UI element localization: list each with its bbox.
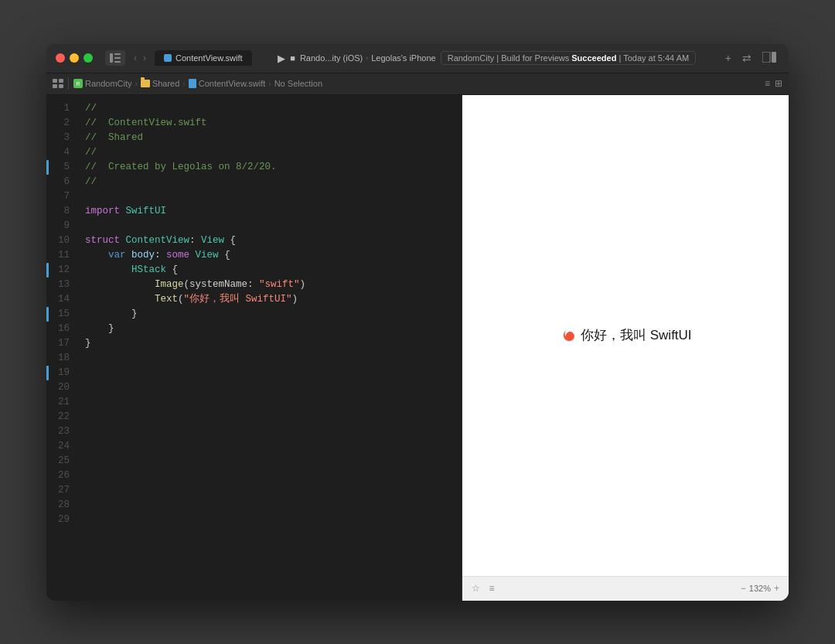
forward-button[interactable]: › <box>141 53 148 63</box>
code-line-12: HStack { <box>85 263 462 278</box>
line-num-25: 25 <box>46 454 79 469</box>
scheme-selector[interactable]: Rando...ity (iOS) › Legolas's iPhone <box>300 53 436 63</box>
code-line-9 <box>85 219 462 233</box>
code-line-8: import SwiftUI <box>85 204 462 219</box>
code-line-18 <box>85 351 462 366</box>
preview-zoom-controls: − 132% + <box>741 583 779 594</box>
line-num-22: 22 <box>46 410 79 424</box>
line-num-8: 8 <box>46 204 79 219</box>
code-line-3: // Shared <box>85 131 462 145</box>
code-line-25 <box>85 454 462 469</box>
line-num-27: 27 <box>46 483 79 498</box>
code-line-11: var body: some View { <box>85 248 462 263</box>
line-num-11: 11 <box>46 248 79 263</box>
swift-logo-icon <box>559 327 576 344</box>
code-line-19 <box>85 366 462 380</box>
add-button[interactable]: + <box>722 50 734 66</box>
run-button[interactable]: ▶ <box>278 53 285 64</box>
code-line-27 <box>85 483 462 498</box>
titlebar-right: + ⇄ <box>722 50 779 66</box>
breadcrumb-folder-label: Shared <box>152 79 179 88</box>
add-editor-button[interactable]: ⊞ <box>775 78 782 89</box>
line-num-16: 16 <box>46 322 79 336</box>
code-line-13: Image(systemName: "swift") <box>85 278 462 292</box>
breadcrumb: R RandomCity › Shared › ContentView.swif… <box>73 79 322 88</box>
breadcrumb-project[interactable]: R RandomCity <box>73 79 132 88</box>
tab-label: ContentView.swift <box>176 53 243 63</box>
navigator-toggle-button[interactable] <box>53 79 63 88</box>
line-indicator-12 <box>46 263 49 278</box>
zoom-level: 132% <box>749 584 771 593</box>
code-line-22 <box>85 410 462 424</box>
line-numbers: 1 2 3 4 5 6 7 8 9 10 11 12 <box>46 95 79 601</box>
stop-button[interactable]: ■ <box>290 53 295 63</box>
build-time: Today at 5:44 AM <box>623 53 689 63</box>
line-num-5: 5 <box>46 160 79 175</box>
breadcrumb-sep-3: › <box>268 80 271 88</box>
line-num-3: 3 <box>46 131 79 145</box>
active-tab[interactable]: ContentView.swift <box>155 50 252 66</box>
svg-rect-8 <box>53 84 57 88</box>
code-line-23 <box>85 424 462 439</box>
line-num-17: 17 <box>46 336 79 351</box>
code-content[interactable]: // // ContentView.swift // Shared // // … <box>79 95 462 601</box>
split-view-button[interactable]: ⇄ <box>739 50 755 66</box>
line-num-19: 19 <box>46 366 79 380</box>
breadcrumb-sep-1: › <box>135 80 138 88</box>
svg-rect-6 <box>53 79 57 83</box>
breadcrumb-folder[interactable]: Shared <box>141 79 179 88</box>
breadcrumb-file-label: ContentView.swift <box>199 79 266 88</box>
svg-rect-1 <box>114 53 121 55</box>
code-line-28 <box>85 498 462 513</box>
line-num-13: 13 <box>46 278 79 292</box>
code-line-20 <box>85 380 462 395</box>
pin-icon[interactable]: ☆ <box>472 583 480 594</box>
line-num-12: 12 <box>46 263 79 278</box>
line-num-10: 10 <box>46 233 79 248</box>
zoom-out-icon[interactable]: − <box>741 583 746 594</box>
scheme-chevron-icon: › <box>366 54 368 62</box>
build-status-badge: RandomCity | Build for Previews Succeede… <box>441 51 696 65</box>
tab-file-icon <box>164 54 172 62</box>
sidebar-toggle-button[interactable] <box>105 50 125 66</box>
line-num-1: 1 <box>46 101 79 116</box>
preview-toolbar: ☆ ≡ − 132% + <box>462 576 789 601</box>
code-editor[interactable]: 1 2 3 4 5 6 7 8 9 10 11 12 <box>46 95 462 601</box>
line-num-23: 23 <box>46 424 79 439</box>
line-num-6: 6 <box>46 175 79 189</box>
svg-rect-3 <box>114 61 121 63</box>
back-button[interactable]: ‹ <box>131 53 139 63</box>
preview-panel: 你好，我叫 SwiftUI ☆ ≡ − 132% + <box>462 95 789 601</box>
close-button[interactable] <box>56 53 65 63</box>
line-num-20: 20 <box>46 380 79 395</box>
inspector-toggle-button[interactable] <box>759 50 779 66</box>
project-icon: R <box>73 79 83 88</box>
device-label: Legolas's iPhone <box>371 53 435 63</box>
traffic-lights <box>56 53 93 63</box>
line-num-26: 26 <box>46 469 79 483</box>
line-num-7: 7 <box>46 189 79 204</box>
code-line-29 <box>85 513 462 527</box>
preview-content: 你好，我叫 SwiftUI <box>462 95 789 576</box>
code-line-16: } <box>85 322 462 336</box>
line-num-4: 4 <box>46 145 79 160</box>
code-area[interactable]: 1 2 3 4 5 6 7 8 9 10 11 12 <box>46 95 462 601</box>
breadcrumb-file[interactable]: ContentView.swift <box>189 79 266 88</box>
breadcrumb-project-label: RandomCity <box>85 79 132 88</box>
list-icon[interactable]: ≡ <box>489 583 495 594</box>
svg-rect-2 <box>114 57 121 59</box>
breadcrumb-selection: No Selection <box>274 79 322 88</box>
code-line-2: // ContentView.swift <box>85 116 462 131</box>
breadcrumb-sep-2: › <box>182 80 185 88</box>
line-num-9: 9 <box>46 219 79 233</box>
titlebar: ‹ › ContentView.swift ▶ ■ Rando...ity (i… <box>46 44 789 73</box>
editor-options-button[interactable]: ≡ <box>765 78 770 89</box>
maximize-button[interactable] <box>84 53 93 63</box>
zoom-in-icon[interactable]: + <box>774 583 779 594</box>
minimize-button[interactable] <box>70 53 79 63</box>
code-line-4: // <box>85 145 462 160</box>
line-indicator-5 <box>46 160 49 175</box>
main-content: 1 2 3 4 5 6 7 8 9 10 11 12 <box>46 95 789 601</box>
code-line-1: // <box>85 101 462 116</box>
code-line-15: } <box>85 307 462 322</box>
